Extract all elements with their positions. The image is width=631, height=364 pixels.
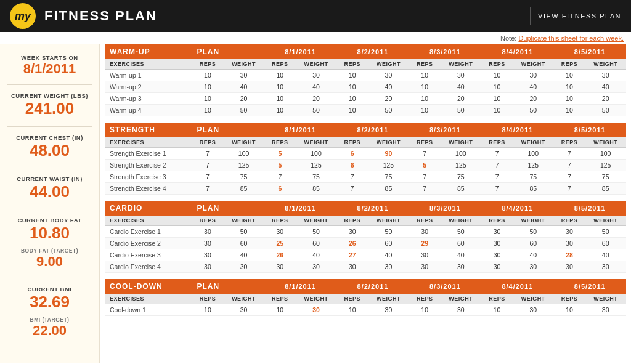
day-reps: 5: [409, 160, 441, 171]
day-weight: 75: [368, 171, 409, 183]
day-weight: 20: [441, 93, 481, 105]
day-reps: 30: [554, 238, 585, 249]
table-cool-down: COOL-DOWNPLAN8/1/20118/2/20118/3/20118/4…: [105, 279, 626, 316]
date-header: 8/2/2011: [336, 201, 409, 216]
day-reps: 30: [481, 238, 513, 249]
sidebar-divider-2: [7, 126, 92, 127]
date-header: 8/2/2011: [336, 44, 409, 59]
day-reps: 25: [264, 238, 296, 249]
plan-reps-header: REPS: [192, 216, 223, 226]
sidebar-divider-1: [7, 84, 92, 85]
table-strength: STRENGTHPLAN8/1/20118/2/20118/3/20118/4/…: [105, 123, 626, 195]
table-row: Cardio Exercise 330402640274030403040284…: [105, 249, 626, 261]
day-reps: 6: [264, 183, 296, 195]
day-weight: 30: [368, 304, 409, 316]
day-reps: 10: [264, 70, 296, 81]
plan-reps: 7: [192, 148, 223, 160]
current-bmi-label: CURRENT BMI: [7, 286, 92, 293]
date-header: 8/5/2011: [554, 201, 627, 216]
day-reps: 10: [409, 93, 441, 105]
day-reps-header: REPS: [264, 59, 296, 70]
day-weight: 85: [441, 183, 481, 195]
table-row: Warm-up 1103010301030103010301030: [105, 70, 626, 81]
day-weight-header: WEIGHT: [441, 216, 481, 226]
sidebar-divider-5: [7, 278, 92, 278]
current-waist-value: 44.00: [7, 182, 92, 201]
section-warm-up: WARM-UPPLAN8/1/20118/2/20118/3/20118/4/2…: [105, 44, 626, 116]
plan-reps: 7: [192, 183, 223, 195]
day-weight-header: WEIGHT: [296, 294, 336, 304]
day-reps-header: REPS: [264, 137, 296, 148]
section-header-row: COOL-DOWNPLAN8/1/20118/2/20118/3/20118/4…: [105, 279, 626, 294]
section-cool-down: COOL-DOWNPLAN8/1/20118/2/20118/3/20118/4…: [105, 279, 626, 316]
week-starts-label: WEEK STARTS ON: [7, 54, 92, 61]
table-row: Warm-up 2104010401040104010401040: [105, 81, 626, 93]
day-reps-header: REPS: [554, 59, 585, 70]
plan-reps-header: REPS: [192, 59, 223, 70]
day-weight: 40: [585, 81, 626, 93]
sidebar: WEEK STARTS ON 8/1/2011 CURRENT WEIGHT (…: [0, 44, 100, 363]
day-weight: 50: [513, 105, 553, 116]
day-weight: 30: [441, 70, 481, 81]
date-header: 8/2/2011: [336, 123, 409, 137]
plan-weight: 30: [223, 70, 264, 81]
day-weight-header: WEIGHT: [296, 216, 336, 226]
exercises-col-header: EXERCISES: [105, 294, 192, 304]
plan-weight: 50: [223, 226, 264, 238]
day-weight: 60: [441, 238, 481, 249]
current-weight-label: CURRENT WEIGHT (LBS): [7, 92, 92, 99]
day-reps: 10: [409, 105, 441, 116]
view-plan-button[interactable]: VIEW FITNESS PLAN: [538, 12, 621, 20]
exercises-col-header: EXERCISES: [105, 59, 192, 70]
week-starts-value: 8/1/2011: [7, 61, 92, 77]
day-reps: 10: [336, 105, 368, 116]
day-weight-header: WEIGHT: [585, 59, 626, 70]
day-weight: 20: [368, 93, 409, 105]
current-bmi-item: CURRENT BMI 32.69: [7, 286, 92, 312]
table-row: Cool-down 1103010301030103010301030: [105, 304, 626, 316]
day-reps: 30: [264, 261, 296, 273]
day-reps-header: REPS: [409, 294, 441, 304]
plan-header: PLAN: [192, 279, 264, 294]
section-name: WARM-UP: [105, 44, 192, 59]
day-weight: 40: [441, 249, 481, 261]
day-reps-header: REPS: [336, 137, 368, 148]
table-row: Strength Exercise 1710051006907100710071…: [105, 148, 626, 160]
date-header: 8/1/2011: [264, 123, 336, 137]
current-bodyfat-value: 10.80: [7, 224, 92, 243]
sidebar-divider-3: [7, 168, 92, 168]
plan-weight: 75: [223, 171, 264, 183]
date-header: 8/3/2011: [409, 201, 481, 216]
date-header: 8/1/2011: [264, 201, 336, 216]
plan-reps: 10: [192, 105, 223, 116]
day-reps: 10: [336, 93, 368, 105]
day-weight-header: WEIGHT: [368, 137, 409, 148]
plan-header: PLAN: [192, 123, 264, 137]
day-weight: 40: [585, 249, 626, 261]
date-header: 8/2/2011: [336, 279, 409, 294]
day-weight: 40: [513, 81, 553, 93]
day-weight: 85: [513, 183, 553, 195]
day-weight: 125: [585, 160, 626, 171]
current-bodyfat-label: CURRENT BODY FAT: [7, 217, 92, 224]
day-weight-header: WEIGHT: [513, 137, 553, 148]
day-reps-header: REPS: [481, 294, 513, 304]
bmi-target-item: BMI (TARGET) 22.00: [7, 317, 92, 339]
day-reps-header: REPS: [409, 59, 441, 70]
exercise-name: Warm-up 1: [105, 70, 192, 81]
day-weight-header: WEIGHT: [585, 216, 626, 226]
note-link[interactable]: Duplicate this sheet for each week.: [518, 34, 624, 42]
plan-reps: 30: [192, 261, 223, 273]
day-weight-header: WEIGHT: [296, 59, 336, 70]
day-weight: 90: [368, 148, 409, 160]
col-header-row: EXERCISESREPSWEIGHTREPSWEIGHTREPSWEIGHTR…: [105, 216, 626, 226]
day-weight: 85: [585, 183, 626, 195]
table-warm-up: WARM-UPPLAN8/1/20118/2/20118/3/20118/4/2…: [105, 44, 626, 116]
bmi-target-value: 22.00: [7, 323, 92, 339]
day-reps: 10: [336, 81, 368, 93]
current-waist-label: CURRENT WAIST (IN): [7, 176, 92, 182]
day-weight: 60: [513, 238, 553, 249]
day-weight-header: WEIGHT: [441, 137, 481, 148]
current-chest-value: 48.00: [7, 141, 92, 160]
day-reps: 5: [264, 160, 296, 171]
